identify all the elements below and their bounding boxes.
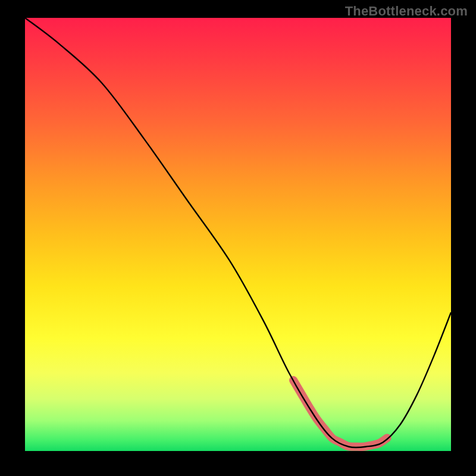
curve-layer — [25, 18, 451, 451]
watermark-text: TheBottleneck.com — [345, 4, 468, 19]
plot-area — [25, 18, 451, 451]
highlight-band — [293, 380, 387, 447]
bottleneck-curve — [25, 18, 451, 447]
chart-frame: TheBottleneck.com — [0, 0, 476, 476]
